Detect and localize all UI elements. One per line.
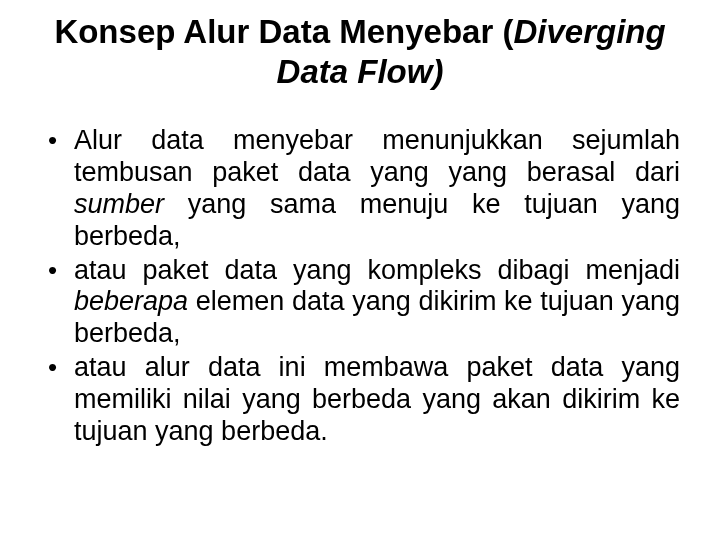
bullet-text-pre: atau alur data ini membawa paket data ya… bbox=[74, 352, 680, 446]
list-item: Alur data menyebar menunjukkan sejumlah … bbox=[40, 125, 680, 252]
bullet-text-post: yang sama menuju ke tujuan yang berbeda, bbox=[74, 189, 680, 251]
title-plain-part: Konsep Alur Data Menyebar ( bbox=[54, 13, 513, 50]
bullet-text-italic: beberapa bbox=[74, 286, 188, 316]
slide-title: Konsep Alur Data Menyebar (Diverging Dat… bbox=[40, 12, 680, 91]
list-item: atau alur data ini membawa paket data ya… bbox=[40, 352, 680, 448]
bullet-text-pre: atau paket data yang kompleks dibagi men… bbox=[74, 255, 680, 285]
bullet-text-italic: sumber bbox=[74, 189, 164, 219]
bullet-text-pre: Alur data menyebar menunjukkan sejumlah … bbox=[74, 125, 680, 187]
bullet-list: Alur data menyebar menunjukkan sejumlah … bbox=[40, 125, 680, 448]
list-item: atau paket data yang kompleks dibagi men… bbox=[40, 255, 680, 351]
